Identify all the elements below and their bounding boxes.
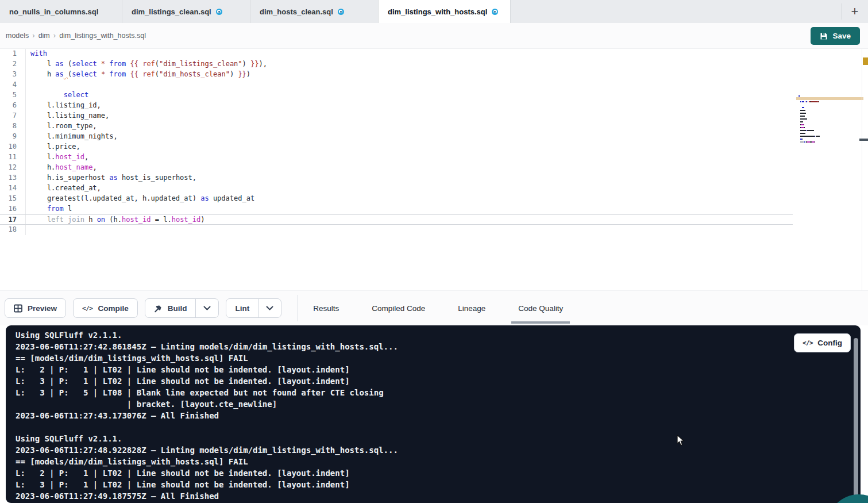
hammer-icon bbox=[154, 304, 163, 313]
save-floppy-icon bbox=[820, 32, 828, 40]
preview-button[interactable]: Preview bbox=[5, 298, 66, 318]
chevron-down-icon bbox=[266, 306, 273, 310]
modified-indicator-icon bbox=[338, 9, 344, 15]
tab-label: Code Quality bbox=[518, 304, 563, 313]
line-number: 15 bbox=[0, 194, 26, 204]
lint-dropdown-button[interactable] bbox=[258, 299, 281, 317]
tab-lineage[interactable]: Lineage bbox=[451, 291, 492, 325]
action-toolbar: Preview </> Compile Build bbox=[0, 290, 868, 325]
breadcrumb-models[interactable]: models bbox=[6, 32, 29, 40]
terminal-output: Using SQLFluff v2.1.1. 2023-06-06T11:27:… bbox=[16, 329, 792, 502]
build-button-label: Build bbox=[168, 304, 187, 313]
code-line[interactable]: 3 h as (select * from {{ ref("dim_hosts_… bbox=[0, 70, 793, 80]
lint-output-block-1: Using SQLFluff v2.1.1. 2023-06-06T11:27:… bbox=[16, 329, 792, 421]
code-line[interactable]: 15 greatest(l.updated_at, h.updated_at) … bbox=[0, 194, 793, 204]
lint-button-label: Lint bbox=[235, 304, 249, 313]
line-number: 11 bbox=[0, 152, 26, 163]
code-icon: </> bbox=[803, 339, 813, 347]
code-line[interactable]: 9 l.minimum_nights, bbox=[0, 132, 793, 142]
line-number: 10 bbox=[0, 142, 26, 152]
line-number: 18 bbox=[0, 225, 26, 235]
line-number: 3 bbox=[0, 70, 26, 80]
tab-bar-spacer bbox=[511, 0, 841, 23]
line-number: 1 bbox=[0, 49, 26, 59]
code-line[interactable]: 1with bbox=[0, 49, 793, 59]
code-line[interactable]: 12 h.host_name, bbox=[0, 163, 793, 173]
result-tabs: Results Compiled Code Lineage Code Quali… bbox=[306, 291, 570, 325]
terminal-panel: Using SQLFluff v2.1.1. 2023-06-06T11:27:… bbox=[6, 325, 861, 503]
cursor-position-mark bbox=[859, 139, 868, 141]
minimap-warning-band bbox=[796, 97, 863, 100]
code-line[interactable]: 14 l.created_at, bbox=[0, 183, 793, 194]
lint-button[interactable]: Lint bbox=[226, 298, 281, 318]
tab-label: no_nulls_in_columns.sql bbox=[9, 7, 98, 16]
code-line[interactable]: 13 h.is_superhost as host_is_superhost, bbox=[0, 173, 793, 183]
code-line[interactable]: 4 bbox=[0, 80, 793, 90]
line-number: 12 bbox=[0, 163, 26, 173]
lint-output-block-2: Using SQLFluff v2.1.1. 2023-06-06T11:27:… bbox=[16, 433, 792, 502]
breadcrumb: models › dim › dim_listings_with_hosts.s… bbox=[6, 31, 146, 40]
build-button[interactable]: Build bbox=[145, 298, 219, 318]
line-number: 4 bbox=[0, 80, 26, 90]
plus-icon: + bbox=[851, 4, 859, 19]
tab-label: dim_listings_with_hosts.sql bbox=[388, 7, 487, 16]
tab-label: dim_listings_clean.sql bbox=[132, 7, 211, 16]
chevron-right-icon: › bbox=[32, 31, 34, 40]
code-line[interactable]: 11 l.host_id, bbox=[0, 152, 793, 163]
code-line[interactable]: 7 l.listing_name, bbox=[0, 111, 793, 121]
line-number: 17 bbox=[0, 215, 26, 224]
tab-no-nulls-in-columns[interactable]: no_nulls_in_columns.sql bbox=[0, 0, 122, 23]
tab-results[interactable]: Results bbox=[306, 291, 346, 325]
tab-dim-listings-with-hosts[interactable]: dim_listings_with_hosts.sql bbox=[379, 0, 511, 23]
tab-label: Lineage bbox=[458, 304, 485, 313]
code-line[interactable]: 6 l.listing_id, bbox=[0, 101, 793, 111]
tab-label: Compiled Code bbox=[372, 304, 425, 313]
code-editor[interactable]: 1with2 l as (select * from {{ ref("dim_l… bbox=[0, 49, 868, 290]
line-number: 13 bbox=[0, 173, 26, 183]
line-number: 9 bbox=[0, 132, 26, 142]
terminal-blank-line bbox=[16, 421, 792, 433]
terminal-scrollbar[interactable] bbox=[854, 338, 858, 499]
tab-dim-hosts-clean[interactable]: dim_hosts_clean.sql bbox=[250, 0, 379, 23]
code-line[interactable]: 10 l.price, bbox=[0, 142, 793, 152]
line-number: 8 bbox=[0, 121, 26, 132]
chevron-down-icon bbox=[203, 306, 211, 310]
minimap[interactable] bbox=[798, 95, 844, 147]
modified-indicator-icon bbox=[216, 9, 222, 15]
line-number: 14 bbox=[0, 183, 26, 194]
preview-button-label: Preview bbox=[28, 304, 57, 313]
breadcrumb-dim[interactable]: dim bbox=[38, 32, 50, 40]
config-button[interactable]: </> Config bbox=[794, 333, 851, 352]
line-number: 5 bbox=[0, 90, 26, 101]
ide-window: no_nulls_in_columns.sql dim_listings_cle… bbox=[0, 0, 868, 503]
tab-label: Results bbox=[313, 304, 339, 313]
save-button[interactable]: Save bbox=[811, 27, 860, 45]
code-line[interactable]: 17 left join h on (h.host_id = l.host_id… bbox=[0, 214, 793, 225]
line-number: 2 bbox=[0, 59, 26, 70]
tab-compiled-code[interactable]: Compiled Code bbox=[365, 291, 432, 325]
tab-dim-listings-clean[interactable]: dim_listings_clean.sql bbox=[122, 0, 250, 23]
chevron-right-icon: › bbox=[53, 31, 56, 40]
overview-ruler[interactable] bbox=[862, 49, 862, 290]
tab-code-quality[interactable]: Code Quality bbox=[511, 291, 570, 325]
code-line[interactable]: 18 bbox=[0, 225, 793, 235]
file-tab-bar: no_nulls_in_columns.sql dim_listings_cle… bbox=[0, 0, 868, 23]
breadcrumb-filename: dim_listings_with_hosts.sql bbox=[59, 32, 146, 40]
code-line[interactable]: 16 from l bbox=[0, 204, 793, 214]
line-number: 7 bbox=[0, 111, 26, 121]
code-line[interactable]: 8 l.room_type, bbox=[0, 121, 793, 132]
save-button-label: Save bbox=[832, 32, 851, 40]
code-line[interactable]: 2 l as (select * from {{ ref("dim_listin… bbox=[0, 59, 793, 70]
modified-indicator-icon bbox=[492, 9, 498, 15]
config-button-label: Config bbox=[817, 339, 842, 347]
build-dropdown-button[interactable] bbox=[195, 299, 218, 317]
preview-grid-icon bbox=[14, 304, 22, 313]
toolbar-divider bbox=[297, 295, 298, 321]
code-icon: </> bbox=[82, 305, 92, 312]
code-line[interactable]: 5 select bbox=[0, 90, 793, 101]
lint-warning-mark[interactable] bbox=[863, 57, 868, 65]
new-tab-button[interactable]: + bbox=[842, 0, 868, 23]
breadcrumb-row: models › dim › dim_listings_with_hosts.s… bbox=[0, 23, 868, 49]
code-lines: 1with2 l as (select * from {{ ref("dim_l… bbox=[0, 49, 793, 235]
compile-button[interactable]: </> Compile bbox=[73, 298, 138, 318]
